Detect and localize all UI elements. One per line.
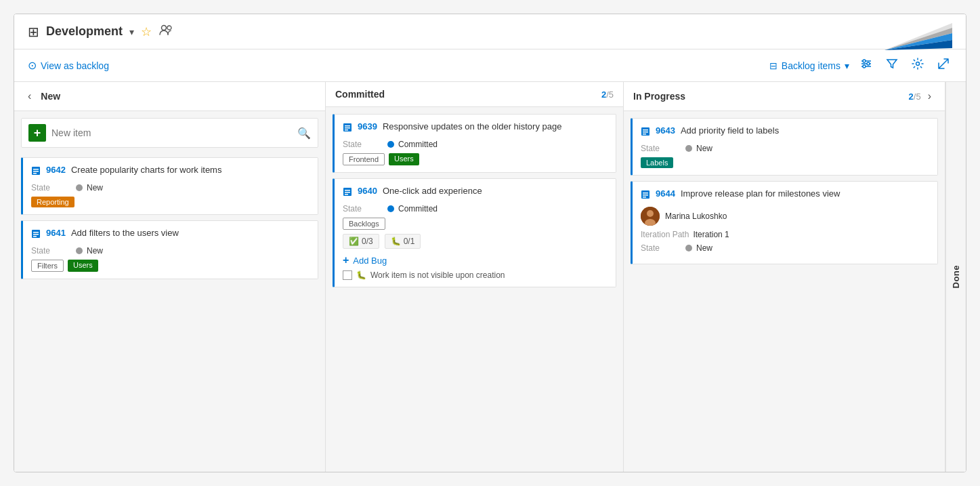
tag-filters[interactable]: Filters <box>31 260 64 272</box>
svg-rect-36 <box>643 197 646 198</box>
bugs-counter[interactable]: 🐛 0/1 <box>385 234 421 249</box>
card-9640-children: ✅ 0/3 🐛 0/1 <box>343 234 608 249</box>
column-next-button[interactable]: › <box>924 89 935 104</box>
app-header: ⊞ Development ▾ ☆ <box>14 14 966 49</box>
card-9639-header: 9639 Responsive updates on the older his… <box>343 121 608 134</box>
card-9641-state-field: State New <box>31 246 310 256</box>
svg-rect-23 <box>345 127 350 129</box>
column-inprogress-title: In Progress <box>633 91 685 102</box>
card-9639-state-field: State Committed <box>343 140 608 149</box>
state-value: New <box>87 183 103 193</box>
column-prev-button[interactable]: ‹ <box>24 89 35 104</box>
favorite-icon[interactable]: ☆ <box>141 24 152 39</box>
state-value: New <box>696 144 712 153</box>
card-9642-title: Create popularity charts for work items <box>71 165 222 175</box>
bug-icon: 🐛 <box>391 237 401 246</box>
card-9642-state-field: State New <box>31 183 310 193</box>
table-icon: ⊟ <box>769 60 777 71</box>
state-label: State <box>641 144 681 153</box>
expand-icon[interactable] <box>935 55 952 76</box>
svg-point-9 <box>863 60 866 62</box>
card-9641-tags: Filters Users <box>31 260 310 272</box>
card-9642-tags: Reporting <box>31 197 310 207</box>
done-column-title: Done <box>951 258 961 296</box>
state-label: State <box>641 243 681 253</box>
card-9644-iteration-field: Iteration Path Iteration 1 <box>641 230 929 239</box>
svg-point-11 <box>863 65 866 68</box>
search-icon[interactable]: 🔍 <box>297 127 311 140</box>
state-label: State <box>343 204 383 214</box>
tasks-counter[interactable]: ✅ 0/3 <box>343 234 379 249</box>
work-item-visibility-text: Work item is not visible upon creation <box>370 270 505 280</box>
visibility-checkbox[interactable] <box>343 270 352 280</box>
backlog-arrow-icon: ⊙ <box>28 59 37 72</box>
view-backlog-link[interactable]: ⊙ View as backlog <box>28 59 109 72</box>
svg-point-1 <box>167 26 171 30</box>
svg-rect-35 <box>643 195 648 196</box>
gear-icon[interactable] <box>909 55 926 76</box>
card-9644-id[interactable]: 9644 <box>656 188 675 199</box>
new-item-plus-icon: + <box>28 124 46 142</box>
column-done: Done <box>945 82 966 472</box>
svg-point-10 <box>867 62 870 65</box>
state-dot <box>76 184 83 191</box>
card-9639-id[interactable]: 9639 <box>358 121 377 131</box>
tag-users[interactable]: Users <box>389 153 419 165</box>
settings-icon[interactable] <box>857 55 875 76</box>
card-9639-tags: Frontend Users <box>343 153 608 165</box>
svg-rect-24 <box>345 129 348 131</box>
card-9640-header: 9640 One-click add experience <box>343 186 608 199</box>
svg-rect-28 <box>345 194 348 195</box>
state-value: New <box>696 243 712 253</box>
card-9641-id[interactable]: 9641 <box>46 228 66 238</box>
filter-icon[interactable] <box>883 55 901 76</box>
team-icon[interactable] <box>158 22 173 41</box>
card-9641-title: Add filters to the users view <box>71 228 179 238</box>
new-item-bar[interactable]: + 🔍 <box>21 118 318 148</box>
svg-rect-34 <box>643 193 648 194</box>
add-bug-plus-icon: + <box>343 254 349 266</box>
card-9643: 9643 Add priority field to labels State … <box>631 118 938 176</box>
card-9641-header: 9641 Add filters to the users view <box>31 228 310 241</box>
tag-reporting[interactable]: Reporting <box>31 197 74 207</box>
column-new: ‹ New + 🔍 <box>14 82 326 472</box>
card-9642-id[interactable]: 9642 <box>46 165 66 175</box>
backlog-items-button[interactable]: ⊟ Backlog items ▾ <box>769 60 849 71</box>
work-item-icon <box>31 229 41 241</box>
card-9641: 9641 Add filters to the users view State… <box>21 220 318 279</box>
card-9643-state-field: State New <box>641 144 929 153</box>
card-9643-id[interactable]: 9643 <box>656 125 675 136</box>
card-9640-id[interactable]: 9640 <box>358 186 377 196</box>
svg-point-12 <box>916 62 920 66</box>
state-dot <box>387 141 394 148</box>
column-new-title: New <box>41 91 60 102</box>
column-inprogress: In Progress 2/5 › <box>624 82 945 472</box>
state-dot <box>685 245 692 251</box>
app-container: ⊞ Development ▾ ☆ ⊙ <box>14 14 966 472</box>
tag-labels[interactable]: Labels <box>641 157 673 168</box>
committed-count: 2/5 <box>601 89 614 100</box>
board: ‹ New + 🔍 <box>14 82 966 472</box>
state-value: Committed <box>398 204 438 214</box>
card-9644-header: 9644 Improve release plan for milestones… <box>641 188 929 201</box>
tag-frontend[interactable]: Frontend <box>343 153 385 165</box>
card-9639: 9639 Responsive updates on the older his… <box>333 114 616 173</box>
column-committed-header: Committed 2/5 <box>326 82 623 107</box>
card-9642-header: 9642 Create popularity charts for work i… <box>31 165 310 178</box>
state-dot <box>685 145 692 152</box>
card-9640-tags: Backlogs <box>343 218 608 230</box>
svg-rect-19 <box>33 234 39 235</box>
work-item-icon <box>31 166 41 178</box>
work-item-icon <box>641 190 650 201</box>
column-committed-body: 9639 Responsive updates on the older his… <box>326 107 623 472</box>
new-item-input[interactable] <box>51 127 292 138</box>
tag-backlogs[interactable]: Backlogs <box>343 218 385 230</box>
project-dropdown-icon[interactable]: ▾ <box>129 26 134 37</box>
add-bug-button[interactable]: + Add Bug <box>343 254 608 266</box>
iteration-path-value: Iteration 1 <box>693 230 729 239</box>
logo-area <box>871 20 952 56</box>
tag-users[interactable]: Users <box>68 260 98 272</box>
task-icon: ✅ <box>349 237 359 246</box>
grid-icon: ⊞ <box>28 24 39 40</box>
card-9643-title: Add priority field to labels <box>681 125 779 136</box>
